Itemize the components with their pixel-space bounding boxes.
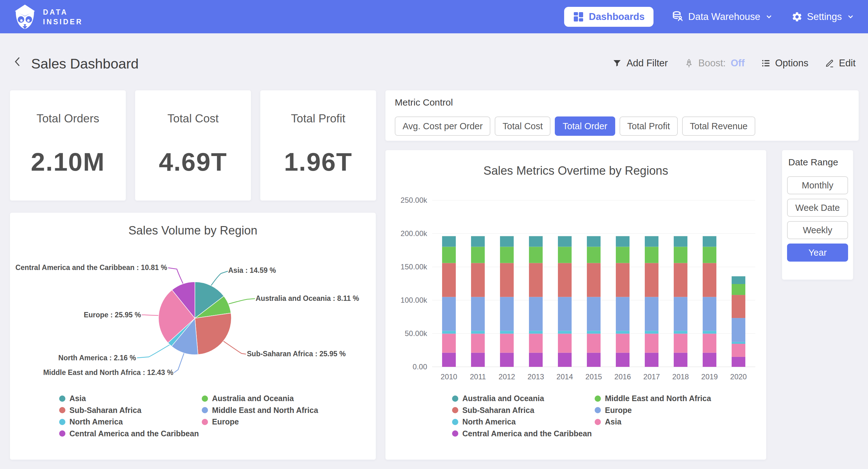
bar-segment-europe-2012[interactable]	[500, 297, 514, 331]
bar-segment-sub-saharan-africa-2019[interactable]	[703, 263, 716, 297]
bar-segment-australia-and-oceania-2015[interactable]	[587, 236, 600, 247]
metric-button-total-cost[interactable]: Total Cost	[495, 116, 551, 136]
legend-item-asia[interactable]: Asia	[59, 393, 202, 405]
bar-segment-asia-2018[interactable]	[674, 333, 687, 353]
bar-segment-north-america-2012[interactable]	[500, 331, 514, 333]
bar-segment-europe-2015[interactable]	[587, 297, 600, 331]
bar-segment-asia-2011[interactable]	[471, 333, 485, 353]
bar-segment-central-america-and-the-caribbean-2010[interactable]	[442, 353, 456, 367]
bar-segment-middle-east-and-north-africa-2017[interactable]	[645, 247, 658, 263]
bar-segment-north-america-2011[interactable]	[471, 331, 485, 333]
bar-segment-asia-2016[interactable]	[616, 333, 629, 353]
bar-segment-sub-saharan-africa-2016[interactable]	[616, 263, 629, 297]
bar-segment-asia-2012[interactable]	[500, 333, 514, 353]
bar-segment-europe-2010[interactable]	[442, 297, 456, 331]
legend-item-middle-east-and-north-africa[interactable]: Middle East and North Africa	[202, 405, 318, 416]
bar-segment-central-america-and-the-caribbean-2013[interactable]	[529, 353, 542, 367]
bar-segment-middle-east-and-north-africa-2019[interactable]	[703, 247, 716, 263]
nav-dashboards-button[interactable]: Dashboards	[564, 7, 653, 27]
bar-segment-sub-saharan-africa-2017[interactable]	[645, 263, 658, 297]
bar-segment-sub-saharan-africa-2013[interactable]	[529, 263, 542, 297]
bar-segment-north-america-2013[interactable]	[529, 331, 542, 333]
bar-segment-middle-east-and-north-africa-2011[interactable]	[471, 247, 485, 263]
bar-segment-australia-and-oceania-2011[interactable]	[471, 236, 485, 247]
bar-segment-europe-2018[interactable]	[674, 297, 687, 331]
legend-item-europe[interactable]: Europe	[202, 416, 318, 428]
bar-segment-central-america-and-the-caribbean-2015[interactable]	[587, 353, 600, 367]
bar-segment-north-america-2010[interactable]	[442, 331, 456, 333]
edit-button[interactable]: Edit	[825, 58, 856, 69]
bar-segment-australia-and-oceania-2014[interactable]	[558, 236, 571, 247]
bar-segment-australia-and-oceania-2017[interactable]	[645, 236, 658, 247]
nav-data-warehouse[interactable]: Data Warehouse	[672, 10, 773, 23]
bar-segment-central-america-and-the-caribbean-2019[interactable]	[703, 353, 716, 367]
metric-button-avg-cost-per-order[interactable]: Avg. Cost per Order	[395, 116, 490, 136]
date-range-button-year[interactable]: Year	[787, 243, 848, 262]
bar-segment-north-america-2018[interactable]	[674, 331, 687, 333]
legend-item-central-america-and-the-caribbean[interactable]: Central America and the Caribbean	[59, 428, 202, 440]
pie-slice-sub-saharan-africa[interactable]	[195, 313, 231, 354]
bar-segment-asia-2010[interactable]	[442, 333, 456, 353]
bar-segment-sub-saharan-africa-2020[interactable]	[732, 295, 745, 318]
bar-segment-asia-2014[interactable]	[558, 333, 571, 353]
legend-item-north-america[interactable]: North America	[452, 416, 595, 428]
bar-segment-sub-saharan-africa-2018[interactable]	[674, 263, 687, 297]
bar-segment-middle-east-and-north-africa-2015[interactable]	[587, 247, 600, 263]
bar-segment-central-america-and-the-caribbean-2018[interactable]	[674, 353, 687, 367]
bar-segment-europe-2019[interactable]	[703, 297, 716, 331]
bar-segment-middle-east-and-north-africa-2016[interactable]	[616, 247, 629, 263]
bar-segment-central-america-and-the-caribbean-2020[interactable]	[732, 357, 745, 367]
bar-segment-europe-2011[interactable]	[471, 297, 485, 331]
bar-segment-australia-and-oceania-2012[interactable]	[500, 236, 514, 247]
bar-segment-north-america-2016[interactable]	[616, 331, 629, 333]
metric-button-total-profit[interactable]: Total Profit	[620, 116, 678, 136]
bar-segment-middle-east-and-north-africa-2012[interactable]	[500, 247, 514, 263]
bar-segment-asia-2013[interactable]	[529, 333, 542, 353]
boost-toggle[interactable]: Boost: Off	[684, 58, 745, 69]
bar-segment-europe-2017[interactable]	[645, 297, 658, 331]
bar-segment-europe-2020[interactable]	[732, 318, 745, 342]
bar-segment-asia-2020[interactable]	[732, 344, 745, 357]
bar-segment-central-america-and-the-caribbean-2016[interactable]	[616, 353, 629, 367]
legend-item-australia-and-oceania[interactable]: Australia and Oceania	[202, 393, 318, 405]
options-button[interactable]: Options	[761, 58, 809, 69]
legend-item-asia[interactable]: Asia	[595, 416, 711, 428]
bar-segment-europe-2016[interactable]	[616, 297, 629, 331]
bar-segment-central-america-and-the-caribbean-2014[interactable]	[558, 353, 571, 367]
bar-segment-sub-saharan-africa-2014[interactable]	[558, 263, 571, 297]
bar-segment-north-america-2015[interactable]	[587, 331, 600, 333]
bar-segment-middle-east-and-north-africa-2013[interactable]	[529, 247, 542, 263]
bar-segment-central-america-and-the-caribbean-2012[interactable]	[500, 353, 514, 367]
bar-segment-australia-and-oceania-2019[interactable]	[703, 236, 716, 247]
metric-button-total-revenue[interactable]: Total Revenue	[682, 116, 755, 136]
legend-item-sub-saharan-africa[interactable]: Sub-Saharan Africa	[452, 405, 595, 416]
bar-segment-middle-east-and-north-africa-2020[interactable]	[732, 284, 745, 295]
metric-button-total-order[interactable]: Total Order	[555, 116, 615, 136]
bar-segment-central-america-and-the-caribbean-2011[interactable]	[471, 353, 485, 367]
bar-segment-north-america-2019[interactable]	[703, 331, 716, 333]
bar-segment-europe-2014[interactable]	[558, 297, 571, 331]
bar-segment-australia-and-oceania-2016[interactable]	[616, 236, 629, 247]
bar-segment-sub-saharan-africa-2011[interactable]	[471, 263, 485, 297]
back-button[interactable]	[10, 54, 24, 71]
legend-item-europe[interactable]: Europe	[595, 405, 711, 416]
legend-item-sub-saharan-africa[interactable]: Sub-Saharan Africa	[59, 405, 202, 416]
bar-segment-asia-2019[interactable]	[703, 333, 716, 353]
bar-segment-middle-east-and-north-africa-2014[interactable]	[558, 247, 571, 263]
bar-segment-australia-and-oceania-2013[interactable]	[529, 236, 542, 247]
date-range-button-weekly[interactable]: Weekly	[787, 221, 848, 239]
bar-segment-north-america-2020[interactable]	[732, 342, 745, 344]
bar-segment-sub-saharan-africa-2012[interactable]	[500, 263, 514, 297]
bar-segment-sub-saharan-africa-2015[interactable]	[587, 263, 600, 297]
bar-segment-middle-east-and-north-africa-2018[interactable]	[674, 247, 687, 263]
bar-segment-middle-east-and-north-africa-2010[interactable]	[442, 247, 456, 263]
date-range-button-monthly[interactable]: Monthly	[787, 176, 848, 194]
bar-segment-sub-saharan-africa-2010[interactable]	[442, 263, 456, 297]
legend-item-australia-and-oceania[interactable]: Australia and Oceania	[452, 393, 595, 405]
date-range-button-week-date[interactable]: Week Date	[787, 199, 848, 217]
bar-segment-australia-and-oceania-2018[interactable]	[674, 236, 687, 247]
add-filter-button[interactable]: Add Filter	[612, 58, 668, 69]
nav-settings[interactable]: Settings	[792, 11, 855, 23]
bar-segment-australia-and-oceania-2020[interactable]	[732, 276, 745, 284]
bar-segment-asia-2015[interactable]	[587, 333, 600, 353]
